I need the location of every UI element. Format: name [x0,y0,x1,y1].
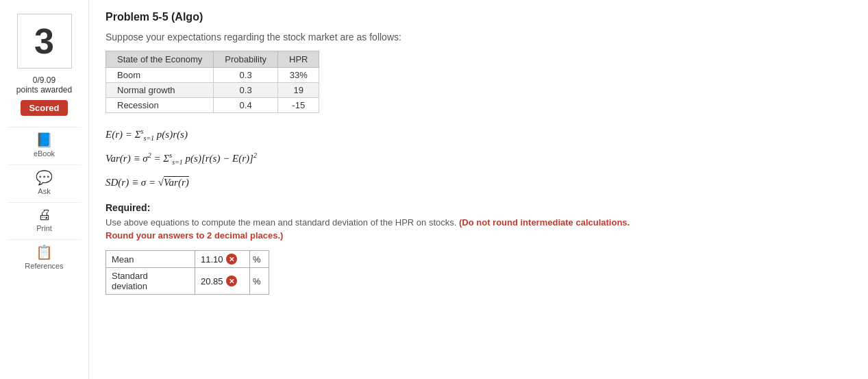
std-label-cell: Standard deviation [106,268,195,295]
problem-number: 3 [17,14,72,69]
references-icon: 📋 [36,244,53,260]
print-label: Print [36,224,52,232]
points-info: 0/9.09 points awarded [16,75,72,95]
cell-state-1: Boom [106,68,214,83]
ebook-label: eBook [34,149,55,158]
cell-state-3: Recession [106,98,214,113]
references-label: References [25,262,63,270]
sidebar-item-references[interactable]: 📋 References [7,239,82,274]
sidebar-item-ebook[interactable]: 📘 eBook [7,127,82,162]
formula-2: Var(r) ≡ σ2 = Σss=1 p(s)[r(s) − E(r)]2 [106,148,852,169]
col-header-state: State of the Economy [106,51,214,68]
required-label: Required: [106,202,852,213]
col-header-probability: Probability [214,51,278,68]
left-panel: 3 0/9.09 points awarded Scored 📘 eBook 💬… [0,0,89,379]
ask-label: Ask [38,187,50,195]
formulas-section: E(r) = Σss=1 p(s)r(s) Var(r) ≡ σ2 = Σss=… [106,124,852,193]
required-note-line: Round your answers to 2 decimal places.) [106,230,852,241]
mean-value: 11.10 [201,254,223,265]
cell-hpr-1: 33% [278,68,319,83]
std-value-cell: 20.85 ✕ [195,268,250,295]
sidebar-item-ask[interactable]: 💬 Ask [7,164,82,199]
mean-clear-button[interactable]: ✕ [226,254,237,265]
required-text: Use above equations to compute the mean … [106,217,852,228]
cell-prob-1: 0.3 [214,68,278,83]
answer-row-std: Standard deviation 20.85 ✕ % [106,268,269,295]
table-row: Normal growth 0.3 19 [106,83,319,98]
economy-table: State of the Economy Probability HPR Boo… [106,51,319,113]
mean-unit-cell: % [250,251,269,268]
answer-table: Mean 11.10 ✕ % Standard de [106,250,269,295]
scored-badge[interactable]: Scored [21,100,67,116]
mean-value-cell: 11.10 ✕ [195,251,250,268]
cell-prob-3: 0.4 [214,98,278,113]
formula-1: E(r) = Σss=1 p(s)r(s) [106,124,852,145]
points-total: 9.09 [40,75,55,85]
table-row: Recession 0.4 -15 [106,98,319,113]
col-header-hpr: HPR [278,51,319,68]
main-content: Problem 5-5 (Algo) Suppose your expectat… [89,0,868,379]
std-unit-cell: % [250,268,269,295]
print-icon: 🖨 [38,207,51,223]
cell-state-2: Normal growth [106,83,214,98]
cell-prob-2: 0.3 [214,83,278,98]
points-label: points awarded [16,85,72,95]
table-row: Boom 0.3 33% [106,68,319,83]
answer-row-mean: Mean 11.10 ✕ % [106,251,269,268]
cell-hpr-2: 19 [278,83,319,98]
sidebar-item-print[interactable]: 🖨 Print [7,202,82,236]
cell-hpr-3: -15 [278,98,319,113]
points-earned: 0 [33,75,38,85]
mean-label-cell: Mean [106,251,195,268]
problem-title: Problem 5-5 (Algo) [106,11,852,23]
ask-icon: 💬 [36,169,53,186]
ebook-icon: 📘 [36,132,53,148]
problem-intro: Suppose your expectations regarding the … [106,32,852,42]
formula-3: SD(r) ≡ σ = √Var(r) [106,172,852,193]
sidebar-icons: 📘 eBook 💬 Ask 🖨 Print 📋 References [7,127,82,274]
std-value: 20.85 [201,276,223,286]
std-clear-button[interactable]: ✕ [226,276,237,286]
